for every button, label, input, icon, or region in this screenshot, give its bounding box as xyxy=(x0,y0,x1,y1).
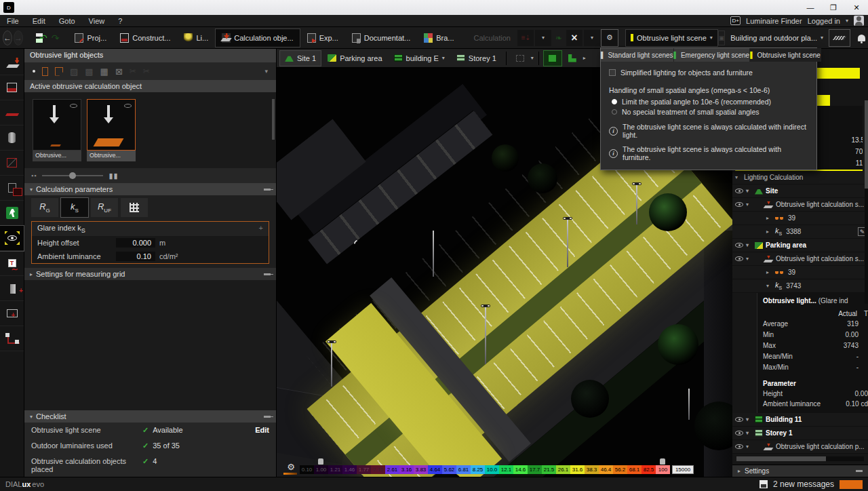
tree-row[interactable]: ▾Obtrusive light calculation s... xyxy=(732,252,868,266)
tree-row[interactable]: ▾kS3743 xyxy=(732,279,868,293)
tree-row[interactable]: ▸kS3388✎ xyxy=(732,225,868,239)
delete-region-icon[interactable]: ⊠ xyxy=(115,66,123,77)
tree-row[interactable]: ▾Parking area xyxy=(732,239,868,252)
chevron-icon[interactable]: ▸ xyxy=(766,215,772,221)
vertical-plane-tool[interactable] xyxy=(0,276,24,301)
vertical-scrollbar[interactable] xyxy=(865,100,868,304)
height-offset-input[interactable]: 0.000 xyxy=(116,238,155,248)
visibility-eye-icon[interactable] xyxy=(735,417,743,422)
calculation-volume-tool[interactable] xyxy=(0,75,24,100)
light-scene-selector[interactable]: Obtrusive light scene ▾ xyxy=(626,30,717,46)
text-spline-tool[interactable]: T xyxy=(0,251,24,276)
luminaire-finder-link[interactable]: Luminaire Finder xyxy=(746,17,802,25)
chevron-icon[interactable]: ▸ xyxy=(766,269,772,275)
view-dropdown-icon[interactable]: ▸ xyxy=(583,55,586,61)
tree-row[interactable]: ▾Site xyxy=(732,184,868,198)
cylinder-object-tool[interactable] xyxy=(0,125,24,151)
calculation-region-tool[interactable] xyxy=(0,301,24,326)
menu-item-edit[interactable]: Edit xyxy=(26,16,52,26)
messages-link[interactable]: 2 new messages xyxy=(773,479,834,489)
add-button[interactable]: + xyxy=(259,224,263,234)
calculation-cube-tool[interactable] xyxy=(0,151,24,176)
cut-tool-2-icon[interactable]: ✂ xyxy=(143,66,150,76)
chevron-icon[interactable]: ▾ xyxy=(746,256,752,262)
chevron-icon[interactable]: ▾ xyxy=(746,416,752,423)
calc-object-thumbnail-1[interactable]: Obtrusive... xyxy=(33,99,81,161)
ks-button[interactable]: kS xyxy=(61,198,88,217)
mode-tab-1[interactable]: Construct... xyxy=(114,29,176,47)
scale-settings-gear-icon[interactable]: ⚙ xyxy=(282,462,300,474)
scene-extra-button[interactable]: ▣ xyxy=(719,31,725,45)
popup-tab-1[interactable]: ▌Emergency light scene xyxy=(674,48,751,62)
forward-button[interactable]: → xyxy=(14,31,23,45)
ruf-button[interactable]: RUF xyxy=(91,198,118,217)
obtrusive-light-tool[interactable] xyxy=(0,226,24,251)
cancel-dropdown[interactable]: ▾ xyxy=(584,30,600,46)
popup-tab-2[interactable]: ▌Obtrusive light scene xyxy=(750,48,821,62)
calculation-settings-button[interactable]: ⚙ xyxy=(601,30,618,46)
thumbnail-size-slider[interactable] xyxy=(42,175,103,176)
overlapping-surfaces-tool[interactable] xyxy=(0,176,24,201)
building-view-button[interactable] xyxy=(544,51,561,66)
visibility-eye-icon[interactable] xyxy=(735,189,743,193)
grid-tool-icon[interactable]: ▦ xyxy=(100,66,108,77)
breadcrumb-site-1[interactable]: Site 1 xyxy=(280,51,321,66)
thumbnail-scrollbar[interactable] xyxy=(272,99,275,140)
pin-icon[interactable] xyxy=(264,189,271,191)
rectangle-tool-icon[interactable] xyxy=(42,67,48,76)
menu-item-view[interactable]: View xyxy=(82,16,112,26)
tree-row[interactable]: ▸39 xyxy=(732,266,868,279)
visibility-eye-icon[interactable] xyxy=(735,444,743,449)
maximize-button[interactable]: ❐ xyxy=(822,0,845,15)
visibility-eye-icon[interactable] xyxy=(735,431,743,435)
ambient-luminance-input[interactable]: 0.10 xyxy=(116,252,155,261)
horizontal-scrollbar[interactable] xyxy=(736,456,864,461)
hierarchy-tool[interactable] xyxy=(0,326,24,351)
mode-tab-3[interactable]: Calculation obje... xyxy=(216,29,299,47)
tree-row[interactable]: ▾Obtrusive light calculation p... xyxy=(732,440,868,454)
scale-handle[interactable] xyxy=(318,458,323,465)
breadcrumb-building-e[interactable]: building E▾ xyxy=(389,51,450,66)
tree-row[interactable]: ▾Obtrusive light calculation s... xyxy=(732,198,868,212)
textured-surface-tool-icon[interactable]: ▩ xyxy=(85,66,93,77)
point-tool-icon[interactable] xyxy=(33,70,35,73)
tree-row[interactable]: ▾Lighting Calculation xyxy=(732,171,868,184)
notification-indicator[interactable] xyxy=(840,480,863,489)
mode-selector[interactable]: Building and outdoor pla... ▾ xyxy=(726,30,828,46)
tree-row[interactable]: ▾Storey 1 xyxy=(732,427,868,440)
selection-dropdown-icon[interactable]: ▾ xyxy=(531,55,534,61)
settings-section-header[interactable]: ▸Settings xyxy=(732,465,868,477)
mode-tab-5[interactable]: Documentat... xyxy=(346,29,416,47)
slider-knob[interactable] xyxy=(69,172,76,179)
chevron-icon[interactable]: ▾ xyxy=(735,174,741,180)
polygon-tool-icon[interactable] xyxy=(55,67,63,76)
grid-settings-button[interactable] xyxy=(121,198,148,217)
mode-tab-4[interactable]: Exp... xyxy=(301,29,344,47)
menu-item-help[interactable]: ? xyxy=(111,16,129,26)
furniture-calculation-tool[interactable] xyxy=(0,100,24,125)
logged-in-menu[interactable]: Logged in xyxy=(808,17,840,25)
simplified-lighting-checkbox[interactable] xyxy=(609,69,616,76)
mode-tab-6[interactable]: Bra... xyxy=(418,29,460,47)
chevron-icon[interactable]: ▾ xyxy=(746,188,752,194)
tree-row[interactable]: ▸39 xyxy=(732,212,868,225)
chevron-icon[interactable]: ▾ xyxy=(746,201,752,208)
calc-params-header[interactable]: ▾Calculation parameters xyxy=(24,183,276,195)
emergency-lighting-tool[interactable] xyxy=(0,201,24,226)
chevron-icon[interactable]: ▾ xyxy=(746,242,752,248)
pin-icon[interactable] xyxy=(264,273,271,275)
calculation-mode-button[interactable]: ≡⇣ xyxy=(517,30,534,46)
chevron-icon[interactable]: ▸ xyxy=(766,229,772,235)
rg-button[interactable]: RG xyxy=(31,198,58,217)
notifications-bell-icon[interactable] xyxy=(858,35,865,41)
back-button[interactable]: ← xyxy=(3,31,12,45)
scale-max-value[interactable]: 15000 xyxy=(672,465,694,474)
surface-tool-icon[interactable]: ▨ xyxy=(70,66,78,77)
menu-item-goto[interactable]: Goto xyxy=(52,16,82,26)
radio-button[interactable] xyxy=(612,99,617,104)
chevron-icon[interactable]: ▾ xyxy=(746,430,752,436)
mode-tab-0[interactable]: Proj... xyxy=(68,29,113,47)
selection-set-button[interactable] xyxy=(511,51,529,66)
mode-tab-2[interactable]: Li... xyxy=(178,29,214,47)
visibility-eye-icon[interactable] xyxy=(735,256,743,261)
